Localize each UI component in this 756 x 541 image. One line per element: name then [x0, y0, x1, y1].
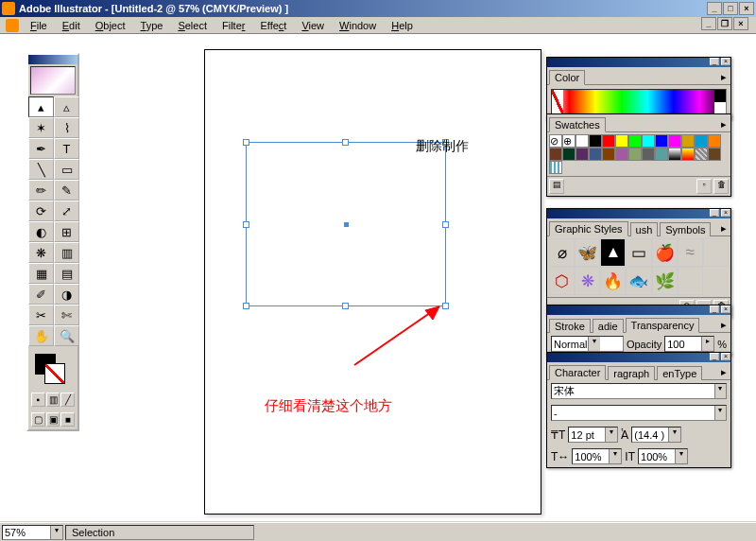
- transparency-tab[interactable]: Transparency: [626, 318, 700, 333]
- panel-menu-icon[interactable]: ▸: [717, 319, 730, 331]
- pen-tool[interactable]: ✒: [28, 138, 54, 159]
- doc-restore-button[interactable]: ❐: [717, 17, 732, 30]
- panel-close-button[interactable]: ×: [721, 209, 730, 217]
- opentype-tab[interactable]: enType: [657, 366, 702, 380]
- color-mode-icon[interactable]: ▪: [31, 393, 45, 407]
- warp-tool[interactable]: ◐: [28, 221, 54, 242]
- swatch[interactable]: [655, 148, 668, 161]
- vscale-input[interactable]: ▾: [638, 448, 688, 464]
- swatch[interactable]: [668, 148, 681, 161]
- doc-close-button[interactable]: ×: [733, 17, 748, 30]
- swatch[interactable]: [615, 134, 628, 148]
- panel-minimize-button[interactable]: _: [710, 353, 719, 360]
- menu-window[interactable]: Window: [332, 19, 384, 32]
- bw-color-icon[interactable]: [714, 90, 726, 114]
- gradient-tab[interactable]: adie: [593, 319, 624, 333]
- brushes-tab[interactable]: ush: [630, 222, 659, 236]
- swatch[interactable]: [602, 148, 615, 161]
- swatch[interactable]: [562, 148, 576, 161]
- hscale-input[interactable]: ▾: [572, 448, 622, 464]
- panel-close-button[interactable]: ×: [721, 58, 730, 65]
- menu-help[interactable]: Help: [384, 19, 421, 32]
- font-family-select[interactable]: ▾: [551, 383, 727, 399]
- rect-tool[interactable]: ▭: [54, 159, 79, 180]
- slice-tool[interactable]: ✂: [28, 305, 54, 325]
- panel-minimize-button[interactable]: _: [710, 209, 719, 217]
- swatch[interactable]: [615, 148, 628, 161]
- menu-view[interactable]: View: [294, 19, 332, 32]
- character-tab[interactable]: Character: [549, 365, 606, 380]
- style-item[interactable]: 🍎: [652, 238, 678, 267]
- panel-menu-icon[interactable]: ▸: [717, 366, 730, 378]
- type-tool[interactable]: T: [54, 138, 79, 159]
- magic-wand-tool[interactable]: ✶: [28, 117, 54, 138]
- menu-type[interactable]: Type: [133, 19, 171, 32]
- style-item[interactable]: 🦋: [575, 238, 600, 267]
- style-item[interactable]: ≈: [678, 238, 703, 267]
- scale-tool[interactable]: ⤢: [54, 201, 79, 221]
- none-mode-icon[interactable]: ╱: [60, 393, 75, 407]
- screen-mode-3[interactable]: ■: [60, 412, 75, 427]
- swatch[interactable]: [589, 134, 602, 148]
- lasso-tool[interactable]: ⌇: [54, 117, 79, 138]
- swatch[interactable]: [549, 148, 562, 161]
- stroke-tab[interactable]: Stroke: [549, 319, 591, 333]
- font-style-select[interactable]: ▾: [551, 405, 727, 421]
- line-tool[interactable]: ╲: [28, 159, 54, 180]
- blend-tool[interactable]: ◑: [54, 284, 79, 305]
- style-item[interactable]: ▭: [626, 238, 651, 267]
- opacity-input[interactable]: ▸: [664, 336, 714, 352]
- swatch[interactable]: [695, 148, 708, 161]
- swatch[interactable]: [642, 148, 655, 161]
- blend-mode-select[interactable]: ▾: [551, 336, 624, 352]
- selection-tool[interactable]: ▴: [28, 96, 54, 117]
- style-item[interactable]: 🌿: [652, 267, 678, 295]
- swatch[interactable]: [602, 134, 615, 148]
- menu-filter[interactable]: Filter: [215, 19, 252, 32]
- free-transform-tool[interactable]: ⊞: [54, 221, 79, 242]
- screen-mode-2[interactable]: ▣: [46, 412, 60, 427]
- menu-object[interactable]: Object: [88, 19, 133, 32]
- swatch[interactable]: [668, 134, 681, 148]
- show-kind-icon[interactable]: ▤: [549, 179, 564, 194]
- style-item[interactable]: ⌀: [549, 238, 575, 267]
- rotate-tool[interactable]: ⟳: [28, 201, 54, 221]
- maximize-button[interactable]: □: [723, 2, 738, 15]
- styles-panel-header[interactable]: _ ×: [547, 209, 730, 218]
- symbols-tab[interactable]: Symbols: [660, 222, 711, 236]
- swatch[interactable]: [708, 134, 721, 148]
- leading-input[interactable]: ▾: [631, 427, 681, 443]
- minimize-button[interactable]: _: [707, 2, 722, 15]
- panel-menu-icon[interactable]: ▸: [717, 71, 730, 83]
- symbol-tool[interactable]: ❋: [28, 242, 54, 263]
- swatch[interactable]: [681, 134, 695, 148]
- style-item[interactable]: ❋: [575, 267, 600, 295]
- swatch[interactable]: [695, 134, 708, 148]
- zoom-select[interactable]: ▾: [2, 525, 63, 540]
- mesh-tool[interactable]: ▦: [28, 263, 54, 284]
- color-panel-header[interactable]: _ ×: [547, 58, 730, 67]
- swatch[interactable]: [681, 148, 695, 161]
- menu-file[interactable]: File: [23, 19, 55, 32]
- menu-edit[interactable]: Edit: [55, 19, 88, 32]
- screen-mode-1[interactable]: ▢: [31, 412, 45, 427]
- close-button[interactable]: ×: [739, 2, 754, 15]
- selection-handle[interactable]: [342, 303, 349, 309]
- style-item[interactable]: 🐟: [626, 267, 651, 295]
- style-item[interactable]: ▲: [600, 238, 626, 267]
- swatch[interactable]: [576, 134, 589, 148]
- panel-menu-icon[interactable]: ▸: [717, 222, 730, 235]
- swatches-tab[interactable]: Swatches: [549, 117, 606, 132]
- direct-select-tool[interactable]: ▵: [54, 96, 79, 117]
- menu-effect[interactable]: Effect: [252, 19, 294, 32]
- style-item[interactable]: [703, 238, 729, 267]
- style-item[interactable]: 🔥: [600, 267, 626, 295]
- hand-tool[interactable]: ✋: [28, 325, 54, 346]
- swatch[interactable]: [576, 148, 589, 161]
- swatch[interactable]: [628, 148, 642, 161]
- new-swatch-icon[interactable]: ▫: [696, 179, 712, 194]
- swatch[interactable]: [655, 134, 668, 148]
- gradient-mode-icon[interactable]: ▥: [46, 393, 60, 407]
- selection-handle[interactable]: [342, 139, 349, 146]
- gradient-tool[interactable]: ▤: [54, 263, 79, 284]
